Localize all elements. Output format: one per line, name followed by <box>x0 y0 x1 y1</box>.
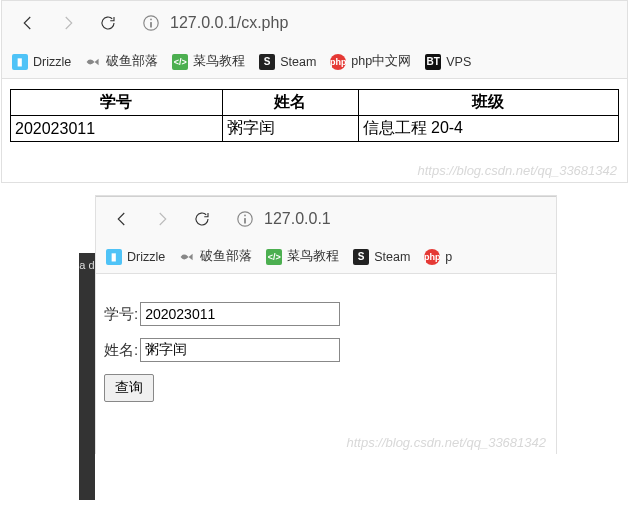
bookmark-label: 破鱼部落 <box>200 248 252 265</box>
url-text: 127.0.0.1/cx.php <box>170 14 288 32</box>
bookmark-phpcn[interactable]: phpphp中文网 <box>328 51 413 72</box>
nav-toolbar-2: 127.0.0.1 <box>96 196 556 240</box>
bookmark-runoob[interactable]: </>菜鸟教程 <box>264 246 341 267</box>
bookmark-drizzle[interactable]: ▮Drizzle <box>104 247 167 267</box>
bookmark-label: Drizzle <box>127 250 165 264</box>
bookmark-drizzle[interactable]: ▮Drizzle <box>10 52 73 72</box>
bookmark-label: php中文网 <box>351 53 411 70</box>
watermark-text: https://blog.csdn.net/qq_33681342 <box>347 435 547 450</box>
th-name: 姓名 <box>222 90 358 116</box>
info-icon <box>236 210 254 228</box>
steam-icon: S <box>259 54 275 70</box>
book-icon: ▮ <box>12 54 28 70</box>
fish-icon <box>85 54 101 70</box>
form-row-name: 姓名: <box>104 338 548 362</box>
forward-button[interactable] <box>144 201 180 237</box>
side-sliver: a d <box>79 253 95 454</box>
steam-icon: S <box>353 249 369 265</box>
back-button[interactable] <box>10 5 46 41</box>
refresh-button[interactable] <box>90 5 126 41</box>
bookmark-label: VPS <box>446 55 471 69</box>
id-label: 学号: <box>104 305 138 324</box>
bookmark-label: Steam <box>280 55 316 69</box>
bookmark-label: 破鱼部落 <box>106 53 158 70</box>
bt-icon: BT <box>425 54 441 70</box>
address-bar[interactable]: 127.0.0.1/cx.php <box>142 14 619 32</box>
bookmark-label: 菜鸟教程 <box>287 248 339 265</box>
td-id: 202023011 <box>11 116 223 142</box>
php-icon: php <box>330 54 346 70</box>
id-input[interactable] <box>140 302 340 326</box>
submit-button[interactable]: 查询 <box>104 374 154 402</box>
th-class: 班级 <box>358 90 618 116</box>
info-icon <box>142 14 160 32</box>
th-id: 学号 <box>11 90 223 116</box>
form-row-id: 学号: <box>104 302 548 326</box>
book-icon: ▮ <box>106 249 122 265</box>
bookmark-bar-1: ▮Drizzle 破鱼部落 </>菜鸟教程 SSteam phpphp中文网 B… <box>2 45 627 79</box>
svg-rect-2 <box>150 22 152 27</box>
bookmark-steam[interactable]: SSteam <box>351 247 412 267</box>
bookmark-phpcn[interactable]: phpp <box>422 247 454 267</box>
fish-icon <box>179 249 195 265</box>
td-class: 信息工程 20-4 <box>358 116 618 142</box>
bookmark-label: Drizzle <box>33 55 71 69</box>
bookmark-vps[interactable]: BTVPS <box>423 52 473 72</box>
back-button[interactable] <box>104 201 140 237</box>
code-icon: </> <box>266 249 282 265</box>
bookmark-runoob[interactable]: </>菜鸟教程 <box>170 51 247 72</box>
watermark-text: https://blog.csdn.net/qq_33681342 <box>418 163 618 178</box>
code-icon: </> <box>172 54 188 70</box>
bookmark-steam[interactable]: SSteam <box>257 52 318 72</box>
bookmark-poyu[interactable]: 破鱼部落 <box>177 246 254 267</box>
bookmark-label: p <box>445 250 452 264</box>
name-input[interactable] <box>140 338 340 362</box>
refresh-button[interactable] <box>184 201 220 237</box>
svg-rect-5 <box>244 218 246 223</box>
bookmark-poyu[interactable]: 破鱼部落 <box>83 51 160 72</box>
name-label: 姓名: <box>104 341 138 360</box>
browser-window-2: 127.0.0.1 ▮Drizzle 破鱼部落 </>菜鸟教程 SSteam p… <box>95 195 557 454</box>
table-header-row: 学号 姓名 班级 <box>11 90 619 116</box>
bookmark-bar-2: ▮Drizzle 破鱼部落 </>菜鸟教程 SSteam phpp <box>96 240 556 274</box>
form-row-submit: 查询 <box>104 374 548 402</box>
svg-point-1 <box>150 19 152 21</box>
bookmark-label: 菜鸟教程 <box>193 53 245 70</box>
result-table: 学号 姓名 班级 202023011 粥字闰 信息工程 20-4 <box>10 89 619 142</box>
url-text: 127.0.0.1 <box>264 210 331 228</box>
nav-toolbar-1: 127.0.0.1/cx.php <box>2 1 627 45</box>
forward-button[interactable] <box>50 5 86 41</box>
bookmark-label: Steam <box>374 250 410 264</box>
browser-window-1: 127.0.0.1/cx.php ▮Drizzle 破鱼部落 </>菜鸟教程 S… <box>1 0 628 183</box>
svg-point-4 <box>244 214 246 216</box>
page-content-2: 学号: 姓名: 查询 https://blog.csdn.net/qq_3368… <box>96 274 556 454</box>
address-bar[interactable]: 127.0.0.1 <box>236 210 548 228</box>
td-name: 粥字闰 <box>222 116 358 142</box>
page-content-1: 学号 姓名 班级 202023011 粥字闰 信息工程 20-4 https:/… <box>2 79 627 182</box>
table-row: 202023011 粥字闰 信息工程 20-4 <box>11 116 619 142</box>
php-icon: php <box>424 249 440 265</box>
